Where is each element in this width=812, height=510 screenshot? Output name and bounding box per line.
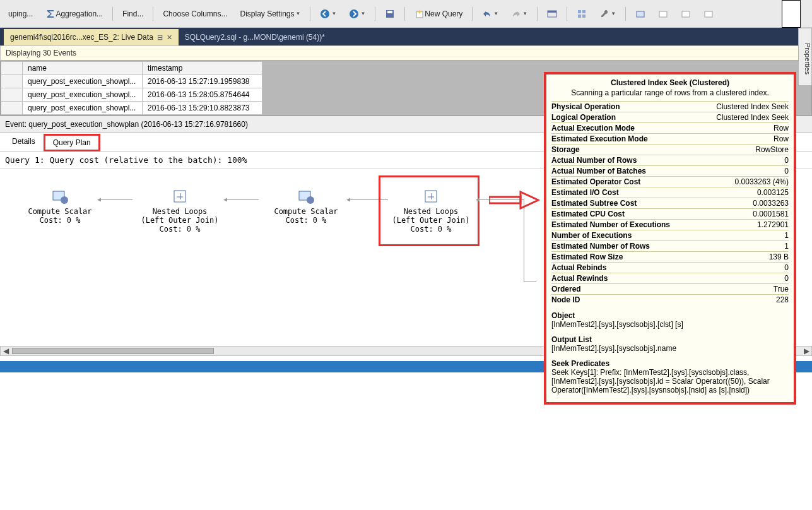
tooltip-row-value: Clustered Index Seek [716, 102, 789, 111]
col-name-header[interactable]: name [23, 62, 143, 75]
tooltip-row-label: Estimated Operator Cost [551, 177, 640, 186]
sigma-icon [45, 9, 56, 19]
tooltip-row-value: 139 B [769, 252, 789, 261]
undo-button[interactable]: ▼ [478, 7, 503, 21]
col-timestamp-header[interactable]: timestamp [143, 62, 262, 75]
sparkle-document-icon [415, 9, 425, 19]
svg-rect-14 [705, 11, 712, 17]
tooltip-row: Estimated Number of Rows1 [551, 240, 789, 251]
tooltip-row-label: Actual Execution Mode [551, 124, 635, 133]
redo-button[interactable]: ▼ [507, 7, 532, 21]
choose-columns-button[interactable]: Choose Columns... [158, 8, 232, 20]
svg-rect-11 [637, 11, 644, 17]
nav-forward-button[interactable]: ▼ [344, 7, 370, 21]
tooltip-row: Estimated Row Size139 B [551, 251, 789, 262]
icon-c-button[interactable] [676, 7, 695, 21]
svg-point-1 [350, 9, 358, 18]
tooltip-row-value: 0 [784, 274, 789, 283]
tooltip-row-label: Estimated Number of Rows [551, 242, 650, 251]
tooltip-row-value: 0 [784, 156, 789, 165]
cell-timestamp: 2016-06-13 15:29:10.8823873 [143, 102, 262, 115]
icon-a-button[interactable] [631, 7, 650, 21]
window-icon-button[interactable] [543, 7, 562, 21]
properties-side-tab[interactable]: Properties [798, 28, 812, 86]
nav-back-button[interactable]: ▼ [315, 7, 341, 21]
table-row[interactable]: query_post_execution_showpl... 2016-06-1… [1, 75, 262, 88]
tooltip-row-value: Row [774, 134, 789, 143]
icon-b-button[interactable] [654, 7, 673, 21]
tooltip-row-label: Physical Operation [551, 102, 620, 111]
tooltip-row-value: 1 [784, 242, 789, 251]
box-icon [681, 9, 691, 19]
op-cost: Cost: 0 % [126, 225, 233, 234]
rownum-cell [1, 88, 23, 102]
op-cost: Cost: 0 % [377, 225, 485, 234]
tooltip-row: StorageRowStore [551, 144, 789, 155]
new-query-button[interactable]: New Query [410, 7, 467, 21]
rownum-header[interactable] [1, 62, 23, 75]
tooltip-object-value: [InMemTest2].[sys].[sysclsobjs].[clst] [… [551, 320, 789, 329]
blank-box [782, 0, 801, 28]
tooltip-row-value: 0.0033263 (4%) [735, 177, 789, 186]
tooltip-row: Estimated CPU Cost0.0001581 [551, 208, 789, 219]
tooltip-row-label: Ordered [551, 285, 581, 294]
save-button[interactable] [380, 7, 399, 21]
table-row[interactable]: query_post_execution_showpl... 2016-06-1… [1, 102, 262, 115]
tooltip-row: Estimated I/O Cost0.003125 [551, 187, 789, 198]
tab-details[interactable]: Details [4, 134, 44, 151]
scroll-left-icon[interactable]: ◀ [1, 347, 11, 355]
tooltip-row-label: Actual Rebinds [551, 263, 606, 272]
tab-sqlquery2[interactable]: SQLQuery2.sql - g...MOND\genemi (54))* [179, 29, 331, 45]
op-nested-loops-1[interactable]: Nested Loops (Left Outer Join) Cost: 0 % [126, 188, 233, 234]
close-icon[interactable]: ✕ [167, 33, 172, 42]
icon-d-button[interactable] [699, 7, 718, 21]
svg-rect-12 [659, 11, 667, 17]
wrench-button[interactable]: ▼ [595, 7, 620, 21]
display-settings-button[interactable]: Display Settings ▼ [236, 8, 305, 20]
box-icon [658, 9, 668, 19]
events-info-bar: Displaying 30 Events [0, 45, 812, 61]
svg-rect-17 [174, 191, 185, 202]
aggregation-button[interactable]: Aggregation... [41, 7, 107, 21]
arrow-left-icon: ◀ [346, 196, 350, 203]
event-detail-label: Event: query_post_execution_showplan (20… [5, 120, 248, 129]
separator [310, 7, 310, 21]
choose-columns-label: Choose Columns... [163, 9, 227, 18]
op-cost: Cost: 0 % [6, 216, 114, 225]
operator-tooltip: Clustered Index Seek (Clustered) Scannin… [544, 72, 796, 405]
tab-query-plan[interactable]: Query Plan [44, 134, 100, 151]
find-button[interactable]: Find... [118, 8, 148, 20]
tooltip-row-value: 0 [784, 263, 789, 272]
redo-icon [511, 9, 521, 19]
op-nested-loops-2[interactable]: Nested Loops (Left Outer Join) Cost: 0 % [377, 188, 485, 234]
tooltip-row-label: Estimated Number of Executions [551, 220, 670, 229]
scroll-right-icon[interactable]: ▶ [801, 347, 811, 355]
op-compute-scalar-1[interactable]: Compute Scalar Cost: 0 % [6, 188, 114, 225]
tab-label: genemi4f\sql2016rc...xec_ES_2: Live Data [10, 33, 153, 42]
scroll-thumb[interactable] [12, 348, 214, 354]
cell-timestamp: 2016-06-13 15:27:19.1959838 [143, 75, 262, 88]
tab-live-data[interactable]: genemi4f\sql2016rc...xec_ES_2: Live Data… [4, 29, 179, 45]
op-compute-scalar-2[interactable]: Compute Scalar Cost: 0 % [252, 188, 360, 225]
tooltip-row-label: Actual Number of Rows [551, 156, 637, 165]
tooltip-seek-value: Seek Keys[1]: Prefix: [InMemTest2].[sys]… [551, 368, 789, 394]
svg-rect-7 [578, 10, 581, 13]
tooltip-row: Estimated Subtree Cost0.0033263 [551, 198, 789, 208]
tooltip-row: Actual Execution ModeRow [551, 122, 789, 133]
arrow-left-icon: ◀ [223, 196, 227, 203]
tooltip-row-label: Actual Rewinds [551, 274, 608, 283]
tool1-button[interactable] [572, 7, 591, 21]
pin-icon[interactable]: ⊟ [157, 33, 163, 42]
tooltip-title: Clustered Index Seek (Clustered) [551, 78, 789, 88]
box-icon [635, 9, 645, 19]
rownum-cell [1, 75, 23, 88]
find-label: Find... [122, 9, 143, 18]
tooltip-row: Actual Rebinds0 [551, 262, 789, 273]
grouping-button[interactable]: uping... [4, 8, 37, 20]
svg-rect-9 [578, 15, 581, 18]
properties-label: Properties [804, 43, 811, 74]
table-row[interactable]: query_post_execution_showpl... 2016-06-1… [1, 88, 262, 102]
op-title: Nested Loops [126, 207, 233, 216]
grouping-label: uping... [8, 9, 33, 18]
circle-right-icon [349, 9, 359, 19]
